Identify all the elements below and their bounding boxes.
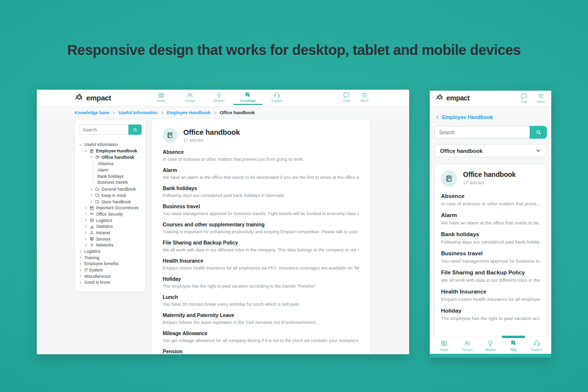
empact-logo[interactable]: empact bbox=[74, 93, 111, 102]
headset-icon bbox=[273, 92, 280, 98]
tree-item-office-security[interactable]: Office Security bbox=[79, 211, 142, 218]
tree-item-alarm[interactable]: Alarm bbox=[98, 167, 142, 173]
handbook-header: Office handbook 17 articles bbox=[163, 128, 359, 143]
search-button[interactable] bbox=[128, 124, 142, 135]
tree-item-general-handbook[interactable]: General handbook bbox=[79, 186, 142, 193]
nav-support[interactable]: Support bbox=[271, 92, 282, 102]
knowledge-chat-icon bbox=[245, 92, 251, 98]
back-link-employee-handbook[interactable]: Employee Handbook bbox=[435, 114, 547, 120]
desktop-mockup: empact News Groups Ideation Knowledge bbox=[37, 90, 409, 354]
tree-item-absence[interactable]: Absence bbox=[98, 161, 142, 167]
chevron-down-icon bbox=[536, 148, 541, 153]
search-button[interactable] bbox=[530, 126, 547, 139]
article-absence[interactable]: Absence In case of sickness or other mat… bbox=[441, 193, 540, 206]
nav-groups[interactable]: Groups bbox=[185, 92, 196, 102]
key-icon bbox=[90, 212, 94, 216]
article-maternity[interactable]: Maternity and Paternity Leave Empact fol… bbox=[163, 312, 359, 325]
chat-bubble-icon bbox=[520, 93, 527, 99]
page-title: Responsive design that works for desktop… bbox=[0, 42, 588, 58]
empact-logo[interactable]: empact bbox=[436, 94, 469, 102]
article-bank-holidays[interactable]: Bank holidays Following days are conside… bbox=[163, 185, 359, 198]
mobile-search bbox=[434, 126, 547, 139]
article-alarm[interactable]: Alarm We have an alarm at the office tha… bbox=[441, 212, 540, 225]
mobile-mockup: empact Chat Menu Employee Handbook bbox=[430, 91, 551, 358]
tree-item-logistics-root[interactable]: Logistics bbox=[79, 248, 142, 255]
tree-item-networks[interactable]: Networks bbox=[79, 242, 142, 248]
knowledge-sidebar: Useful information Employee Handbook Off… bbox=[74, 120, 146, 292]
tree-item-it-system[interactable]: IT System bbox=[79, 267, 142, 273]
book-icon bbox=[90, 149, 94, 153]
tree-item-statistics[interactable]: Statistics bbox=[79, 223, 142, 230]
server-icon bbox=[90, 237, 94, 241]
article-business-travel[interactable]: Business travel You need management appr… bbox=[163, 203, 359, 216]
brand-wordmark: empact bbox=[86, 94, 111, 102]
nav-support[interactable]: Support bbox=[528, 340, 545, 351]
tree-item-employee-benefits[interactable]: Employee benefits bbox=[79, 261, 142, 267]
nav-menu[interactable]: Menu bbox=[536, 93, 546, 103]
tree-item-miscellaneous[interactable]: Miscellaneous bbox=[79, 273, 142, 279]
nav-menu[interactable]: Menu bbox=[359, 92, 370, 102]
search-input[interactable] bbox=[79, 124, 128, 135]
article-courses[interactable]: Courses and other supplementary training… bbox=[163, 221, 359, 234]
tree-item-employee-handbook[interactable]: Employee Handbook bbox=[79, 148, 142, 154]
article-health-insurance[interactable]: Health Insurance Empact covers health in… bbox=[441, 289, 540, 302]
article-list-panel: Office handbook 17 articles Absence In c… bbox=[152, 120, 370, 354]
groups-icon bbox=[187, 92, 194, 98]
tree-item-important-occurrences[interactable]: Important Occurrences bbox=[79, 205, 142, 211]
tree-item-training[interactable]: Training bbox=[79, 254, 142, 261]
handbook-article-count: 17 articles bbox=[183, 138, 240, 143]
article-absence[interactable]: Absence In case of sickness or other mat… bbox=[163, 149, 359, 162]
chevron-right-icon bbox=[84, 225, 88, 228]
tree-item-business-travels[interactable]: Business travels bbox=[98, 179, 142, 186]
nav-news[interactable]: News bbox=[156, 92, 167, 102]
breadcrumb-knowledge-base[interactable]: Knowledge base bbox=[74, 110, 109, 115]
article-holiday[interactable]: Holiday The employee has the right to pa… bbox=[441, 308, 540, 321]
nav-faq[interactable]: FAQ bbox=[505, 340, 522, 351]
breadcrumb-useful-information[interactable]: Useful Information bbox=[119, 110, 158, 115]
article-bank-holidays[interactable]: Bank holidays Following days are conside… bbox=[441, 231, 540, 245]
article-business-travel[interactable]: Business travel You need management appr… bbox=[441, 250, 540, 264]
hamburger-menu-icon bbox=[538, 93, 544, 99]
nav-groups[interactable]: Groups bbox=[459, 340, 476, 351]
people-network-icon bbox=[74, 93, 84, 102]
network-nodes-icon bbox=[90, 230, 94, 235]
handbook-dropdown[interactable]: Office handbook bbox=[434, 144, 547, 157]
brand-wordmark: empact bbox=[446, 94, 469, 102]
tree-item-intranet[interactable]: Intranet bbox=[79, 230, 142, 236]
nav-ideation[interactable]: Ideation bbox=[214, 92, 224, 102]
article-pension[interactable]: Pension All DK employees are part of the… bbox=[163, 348, 359, 354]
tree-item-servers[interactable]: Servers bbox=[79, 236, 142, 242]
tree-item-keep-in-mind[interactable]: Keep in mind bbox=[79, 193, 142, 199]
nav-ideation[interactable]: Ideation bbox=[482, 340, 499, 351]
article-lunch[interactable]: Lunch You have 30 minutes break every wo… bbox=[163, 294, 359, 307]
handbook-avatar bbox=[441, 171, 457, 187]
desktop-header-right: Chat Menu bbox=[341, 92, 370, 102]
tree-item-bank-holidays[interactable]: Bank holidays bbox=[98, 173, 142, 179]
breadcrumb-current: Office handbook bbox=[220, 110, 255, 115]
article-file-sharing[interactable]: File Sharing and Backup Policy We all wo… bbox=[441, 270, 540, 283]
tree-item-useful-information[interactable]: Useful information bbox=[79, 142, 142, 148]
article-health-insurance[interactable]: Health Insurance Empact covers health in… bbox=[163, 258, 359, 270]
article-holiday[interactable]: Holiday The employee has the right to pa… bbox=[163, 276, 359, 289]
breadcrumb-employee-handbook[interactable]: Employee Handbook bbox=[167, 110, 211, 115]
nav-news[interactable]: News bbox=[436, 340, 453, 351]
sidebar-search bbox=[79, 124, 142, 135]
mobile-bottom-accent-bar bbox=[430, 354, 551, 358]
article-mileage[interactable]: Mileage Allowance You get mileage allowa… bbox=[163, 330, 359, 343]
tree-item-logistics[interactable]: Logistics bbox=[79, 217, 142, 223]
chevron-right-icon bbox=[90, 188, 93, 191]
nav-chat[interactable]: Chat bbox=[341, 92, 352, 102]
article-alarm[interactable]: Alarm We have an alarm at the office tha… bbox=[163, 167, 359, 180]
chevron-right-icon bbox=[84, 237, 88, 241]
box-icon bbox=[90, 218, 94, 222]
tree-item-good-to-know[interactable]: Good to know bbox=[79, 279, 142, 286]
article-file-sharing[interactable]: File Sharing and Backup Policy We all wo… bbox=[163, 240, 359, 252]
search-input[interactable] bbox=[434, 126, 530, 139]
nav-chat[interactable]: Chat bbox=[518, 93, 529, 103]
handbook-title: Office handbook bbox=[463, 171, 515, 178]
tree-item-office-handbook[interactable]: Office handbook bbox=[79, 154, 142, 160]
tree-item-store-handbook[interactable]: Store handbook bbox=[79, 198, 142, 205]
folder-icon bbox=[95, 187, 99, 192]
chevron-right-icon bbox=[84, 219, 88, 222]
nav-knowledge[interactable]: Knowledge bbox=[243, 92, 253, 102]
